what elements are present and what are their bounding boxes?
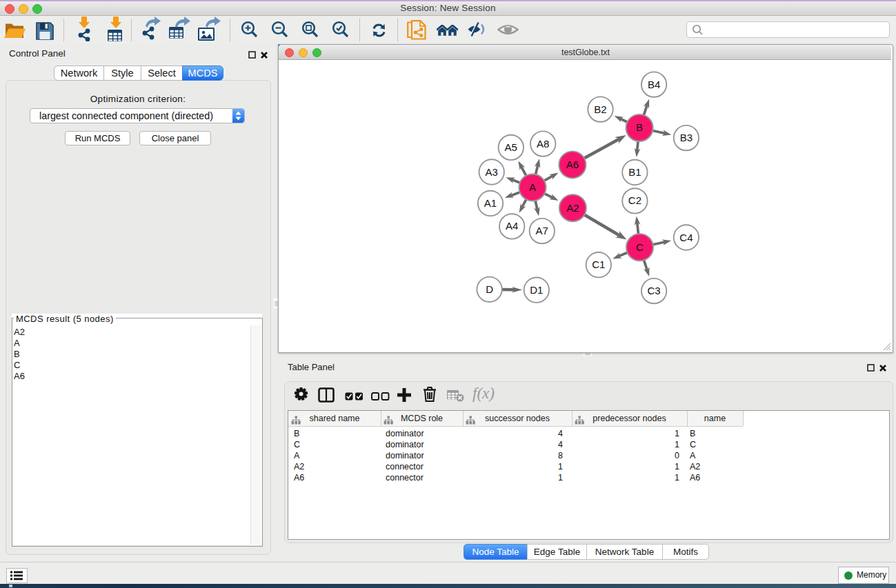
svg-text:A3: A3 [486, 166, 498, 178]
svg-text:A: A [529, 181, 536, 193]
svg-text:C2: C2 [628, 194, 641, 206]
svg-text:A8: A8 [537, 138, 549, 150]
svg-text:B4: B4 [648, 79, 660, 90]
svg-text:A1: A1 [484, 197, 497, 209]
svg-text:C: C [636, 241, 644, 253]
svg-text:D: D [486, 283, 493, 295]
svg-text:A4: A4 [506, 220, 518, 232]
svg-text:A2: A2 [566, 202, 579, 214]
svg-text:A7: A7 [536, 225, 548, 236]
svg-text:A5: A5 [505, 141, 517, 153]
svg-text:B1: B1 [628, 166, 641, 178]
svg-text:D1: D1 [530, 284, 543, 296]
svg-text:B: B [636, 121, 643, 133]
svg-text:A6: A6 [566, 159, 579, 170]
svg-text:B2: B2 [594, 103, 606, 115]
svg-text:C4: C4 [679, 232, 693, 243]
svg-text:C1: C1 [592, 258, 605, 270]
svg-text:B3: B3 [680, 132, 693, 143]
svg-text:C3: C3 [648, 285, 661, 296]
